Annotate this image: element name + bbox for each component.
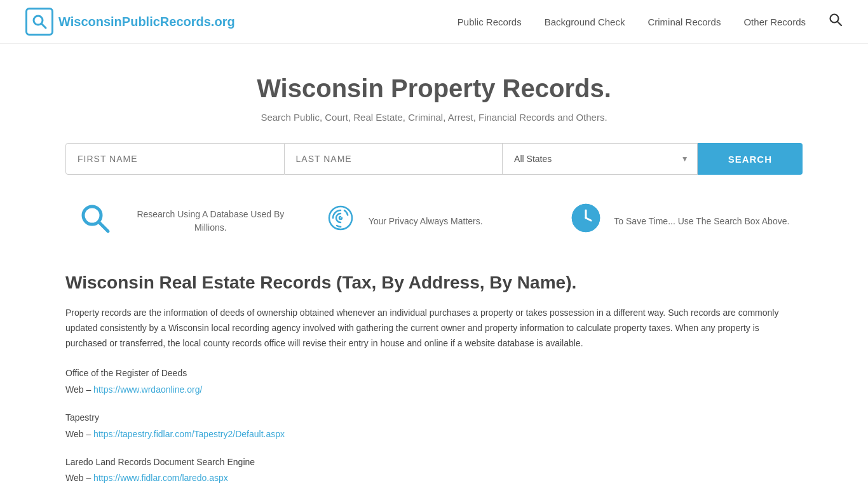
record-web-1: Web – https://tapestry.fidlar.com/Tapest… xyxy=(65,427,803,442)
hero-subtitle: Search Public, Court, Real Estate, Crimi… xyxy=(13,112,855,123)
svg-line-5 xyxy=(99,222,108,231)
search-magnifier-icon xyxy=(78,201,111,241)
record-entry-1: Tapestry Web – https://tapestry.fidlar.c… xyxy=(65,410,803,442)
svg-line-1 xyxy=(41,24,46,28)
feature-time-text: To Save Time... Use The Search Box Above… xyxy=(614,215,789,228)
record-name-0: Office of the Register of Deeds xyxy=(65,366,803,381)
logo-text: WisconsinPublicRecords.org xyxy=(58,15,235,29)
svg-line-3 xyxy=(837,22,841,25)
nav-link-other-records[interactable]: Other Records xyxy=(743,17,806,27)
record-name-1: Tapestry xyxy=(65,410,803,426)
feature-research-text: Research Using A Database Used By Millio… xyxy=(123,208,299,234)
record-web-0: Web – https://www.wrdaonline.org/ xyxy=(65,383,803,398)
last-name-input[interactable] xyxy=(285,143,503,175)
search-button[interactable]: SEARCH xyxy=(698,143,803,175)
first-name-input[interactable] xyxy=(65,143,285,175)
feature-time: To Save Time... Use The Search Box Above… xyxy=(557,201,803,241)
logo-icon xyxy=(25,8,53,36)
record-web-2: Web – https://www.fidlar.com/laredo.aspx xyxy=(65,471,803,486)
page-title: Wisconsin Property Records. xyxy=(13,74,855,103)
feature-privacy-text: Your Privacy Always Matters. xyxy=(369,215,483,228)
logo[interactable]: WisconsinPublicRecords.org xyxy=(25,8,235,36)
feature-research: Research Using A Database Used By Millio… xyxy=(65,201,311,241)
nav-link-background-check[interactable]: Background Check xyxy=(545,17,625,27)
navbar: WisconsinPublicRecords.org Public Record… xyxy=(0,0,868,44)
record-link-1[interactable]: https://tapestry.fidlar.com/Tapestry2/De… xyxy=(93,429,285,439)
clock-icon xyxy=(569,201,602,241)
record-name-2: Laredo Land Records Document Search Engi… xyxy=(65,455,803,470)
features-row: Research Using A Database Used By Millio… xyxy=(27,195,841,266)
search-bar: All States SEARCH xyxy=(27,143,841,195)
record-link-0[interactable]: https://www.wrdaonline.org/ xyxy=(93,384,202,395)
section-title: Wisconsin Real Estate Records (Tax, By A… xyxy=(65,273,803,293)
hero-section: Wisconsin Property Records. Search Publi… xyxy=(0,44,868,143)
nav-link-criminal-records[interactable]: Criminal Records xyxy=(648,17,721,27)
feature-privacy: Your Privacy Always Matters. xyxy=(311,201,557,241)
record-entry-0: Office of the Register of Deeds Web – ht… xyxy=(65,366,803,398)
nav-link-public-records[interactable]: Public Records xyxy=(458,17,522,27)
main-content: Wisconsin Real Estate Records (Tax, By A… xyxy=(27,266,841,488)
fingerprint-icon xyxy=(324,201,357,241)
record-entry-2: Laredo Land Records Document Search Engi… xyxy=(65,455,803,487)
body-text: Property records are the information of … xyxy=(65,306,803,351)
state-select[interactable]: All States xyxy=(503,143,698,175)
nav-links: Public Records Background Check Criminal… xyxy=(458,13,843,30)
search-icon[interactable] xyxy=(829,13,843,30)
state-select-wrap: All States xyxy=(503,143,698,175)
record-link-2[interactable]: https://www.fidlar.com/laredo.aspx xyxy=(93,473,228,483)
